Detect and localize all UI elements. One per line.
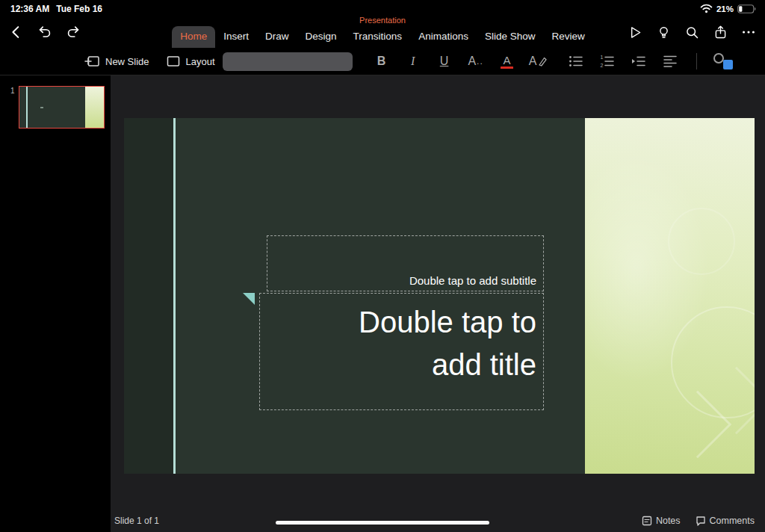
new-slide-label: New Slide (105, 56, 149, 67)
slide-number: 1 (10, 87, 15, 95)
tab-transitions[interactable]: Transitions (345, 26, 411, 48)
battery-icon (737, 4, 756, 13)
tab-home[interactable]: Home (172, 26, 215, 48)
font-color-button[interactable]: A (492, 50, 523, 72)
thumbnail-sidebar: 1 (0, 75, 111, 532)
document-title: Presentation (359, 16, 406, 25)
svg-text:1: 1 (600, 55, 603, 60)
ellipsis-icon (740, 24, 757, 40)
more-button[interactable] (735, 21, 762, 43)
title-placeholder-line2: add title (260, 344, 536, 386)
tab-draw[interactable]: Draw (257, 26, 297, 48)
align-left-icon (662, 54, 678, 69)
layout-icon (166, 55, 181, 68)
svg-text:2: 2 (600, 63, 603, 68)
bullet-list-icon (568, 54, 584, 69)
ribbon-tabs: Home Insert Draw Design Transitions Anim… (172, 26, 592, 48)
home-indicator[interactable] (276, 521, 489, 525)
tab-design[interactable]: Design (297, 26, 345, 48)
thumbnail-row: 1 (19, 86, 105, 129)
tab-insert[interactable]: Insert (215, 26, 257, 48)
new-slide-button[interactable]: New Slide (84, 54, 149, 69)
thumb-green-panel (85, 87, 104, 128)
comments-icon (696, 516, 706, 526)
powerpoint-app: 12:36 AM Tue Feb 16 21% (0, 0, 765, 532)
layout-label: Layout (186, 56, 215, 67)
battery-percent: 21% (716, 4, 734, 13)
subtitle-placeholder-text: Double tap to add subtitle (409, 274, 536, 287)
font-color-swatch (501, 66, 513, 69)
thumb-accent-line (26, 87, 28, 128)
slide-counter: Slide 1 of 1 (114, 516, 159, 526)
nav-right (622, 21, 762, 43)
ideas-button[interactable] (650, 21, 677, 43)
tab-animations[interactable]: Animations (410, 26, 477, 48)
selection-handle-triangle[interactable] (243, 293, 255, 305)
title-placeholder[interactable]: Double tap to add title (259, 293, 544, 410)
notes-label: Notes (656, 516, 681, 526)
deco-circle (668, 208, 735, 275)
font-name-field[interactable] (223, 52, 353, 71)
wifi-icon (700, 4, 713, 13)
shape-fill-icon (713, 53, 733, 69)
layout-button[interactable]: Layout (166, 55, 215, 68)
comments-label: Comments (710, 516, 755, 526)
share-icon (713, 25, 728, 40)
main-area: 1 (0, 75, 765, 532)
slide-accent-line (173, 118, 176, 474)
notes-button[interactable]: Notes (642, 516, 681, 526)
text-effects-letter: A (529, 55, 537, 68)
font-size-dots: .. (477, 56, 483, 66)
numbered-list-button[interactable]: 1 2 (592, 50, 623, 72)
numbered-list-icon: 1 2 (599, 54, 616, 69)
play-icon (628, 25, 643, 40)
present-button[interactable] (622, 21, 648, 43)
bold-button[interactable]: B (366, 50, 397, 72)
italic-button[interactable]: I (397, 50, 429, 72)
slide-1[interactable]: Double tap to add subtitle Double tap to… (124, 118, 755, 474)
text-effects-button[interactable]: A (523, 50, 554, 72)
indent-button[interactable] (623, 50, 654, 72)
font-size-button[interactable]: A.. (460, 50, 492, 72)
nav-row: Presentation Home Insert Draw Design Tra… (0, 15, 765, 48)
shape-fill-button[interactable] (707, 50, 739, 72)
underline-button[interactable]: U (429, 50, 460, 72)
bullet-list-button[interactable] (560, 50, 592, 72)
font-color-stack: A (501, 55, 513, 69)
subtitle-placeholder[interactable]: Double tap to add subtitle (267, 235, 544, 291)
thumb-text-hint (40, 107, 43, 108)
indent-icon (631, 54, 647, 69)
status-date: Tue Feb 16 (56, 4, 102, 14)
share-button[interactable] (707, 21, 734, 43)
tab-slide-show[interactable]: Slide Show (477, 26, 544, 48)
notes-icon (642, 516, 652, 526)
lightbulb-icon (656, 25, 672, 40)
status-bar: 12:36 AM Tue Feb 16 21% (0, 0, 765, 15)
title-placeholder-line1: Double tap to (260, 301, 536, 344)
comments-button[interactable]: Comments (696, 516, 755, 526)
search-button[interactable] (678, 21, 705, 43)
font-color-letter: A (504, 55, 511, 66)
tab-review[interactable]: Review (543, 26, 592, 48)
toolbar-divider (696, 53, 697, 69)
slide-left-strip (124, 118, 173, 474)
status-left: 12:36 AM Tue Feb 16 (10, 4, 102, 14)
font-size-letter: A (468, 55, 476, 68)
slide-thumbnail-1[interactable] (19, 86, 105, 129)
new-slide-icon (84, 54, 100, 69)
slide-canvas: Double tap to add subtitle Double tap to… (111, 75, 765, 510)
home-toolbar: New Slide Layout B I U A.. A A (0, 48, 765, 75)
align-button[interactable] (654, 50, 686, 72)
slide-green-panel (585, 118, 755, 474)
pen-icon (538, 56, 548, 66)
search-icon (684, 25, 700, 40)
editor-column: Double tap to add subtitle Double tap to… (111, 75, 765, 532)
status-time: 12:36 AM (10, 4, 49, 14)
status-right: 21% (700, 4, 756, 13)
